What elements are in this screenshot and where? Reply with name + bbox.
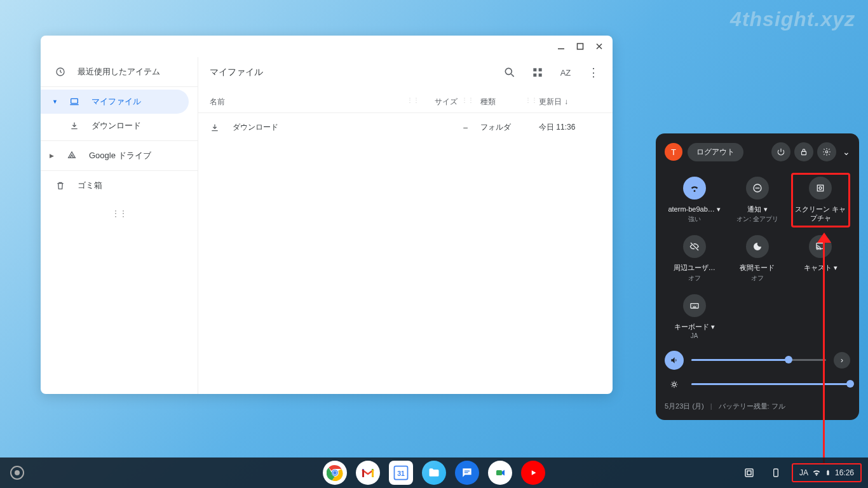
- window-titlebar: [41, 36, 613, 57]
- svg-text:31: 31: [397, 470, 405, 477]
- divider: [41, 86, 198, 87]
- col-handle-icon[interactable]: ⋮⋮: [461, 97, 468, 107]
- svg-rect-27: [465, 471, 470, 471]
- search-button[interactable]: [502, 65, 517, 80]
- svg-point-13: [819, 187, 822, 189]
- svg-rect-6: [539, 68, 542, 71]
- tile-cast[interactable]: キャスト ▾: [791, 231, 850, 286]
- tile-label: 周辺ユーザ…: [674, 263, 715, 272]
- breadcrumb-title: マイファイル: [210, 67, 489, 78]
- phone-hub-icon[interactable]: [765, 462, 787, 484]
- col-handle-icon[interactable]: ⋮⋮: [407, 97, 413, 107]
- shelf: 31 JA 16:26: [0, 458, 868, 488]
- col-name[interactable]: 名前: [210, 97, 407, 107]
- tile-sub: オフ: [688, 274, 701, 283]
- chrome-icon[interactable]: [323, 461, 347, 485]
- col-size[interactable]: サイズ: [413, 97, 458, 107]
- col-handle-icon[interactable]: ⋮⋮: [525, 97, 531, 107]
- tile-label: aterm-be9ab… ▾: [668, 205, 720, 214]
- files-app-window: 最近使用したアイテム ▼ マイファイル ダウンロード ▶ Google ドライブ: [41, 36, 613, 394]
- tile-sub: JA: [691, 332, 698, 339]
- tile-night-light[interactable]: 夜間モード オフ: [728, 231, 787, 286]
- svg-point-21: [333, 471, 336, 474]
- svg-rect-9: [802, 151, 806, 154]
- holding-space-icon[interactable]: [738, 462, 760, 484]
- tile-screen-capture[interactable]: スクリーン キャプチャ: [791, 173, 850, 227]
- divider: |: [710, 402, 712, 410]
- calendar-icon[interactable]: 31: [389, 461, 413, 485]
- sidebar-item-recent[interactable]: 最近使用したアイテム: [41, 60, 198, 84]
- download-icon: [210, 123, 220, 133]
- trash-icon: [55, 180, 66, 191]
- tile-nearby[interactable]: 周辺ユーザ… オフ: [665, 231, 724, 286]
- minimize-button[interactable]: [555, 41, 567, 52]
- qs-footer: 5月23日 (月) | バッテリー残量: フル: [665, 402, 850, 411]
- drag-handle-icon[interactable]: ⋮⋮: [41, 209, 198, 218]
- svg-rect-34: [827, 471, 829, 475]
- launcher-button[interactable]: [10, 466, 24, 480]
- brightness-icon[interactable]: [665, 375, 684, 394]
- view-grid-button[interactable]: [530, 65, 545, 80]
- more-button[interactable]: ⋮: [586, 65, 601, 80]
- svg-rect-7: [533, 74, 536, 77]
- maximize-button[interactable]: [574, 41, 586, 52]
- divider: [41, 140, 198, 141]
- volume-slider[interactable]: [691, 359, 826, 361]
- gdrive-icon: [66, 151, 78, 161]
- files-icon[interactable]: [422, 461, 446, 485]
- messages-icon[interactable]: [455, 461, 479, 485]
- sidebar-item-label: ゴミ箱: [78, 180, 102, 191]
- svg-rect-30: [496, 470, 502, 475]
- divider: [41, 170, 198, 171]
- visibility-off-icon: [683, 235, 706, 258]
- col-date[interactable]: 更新日↓: [531, 97, 601, 107]
- laptop-icon: [69, 97, 80, 107]
- tile-keyboard[interactable]: キーボード ▾ JA: [665, 290, 724, 343]
- sidebar-item-label: ダウンロード: [92, 120, 141, 132]
- battery-label: バッテリー残量: フル: [719, 402, 785, 411]
- clock-icon: [55, 67, 66, 77]
- tile-sub: オン: 全アプリ: [736, 215, 778, 224]
- tile-sub: 強い: [688, 215, 701, 224]
- battery-icon: [825, 468, 831, 477]
- col-type[interactable]: 種類: [468, 97, 525, 107]
- qs-tiles-grid: aterm-be9ab… ▾ 強い 通知 ▾ オン: 全アプリ スクリーン キャ…: [665, 173, 850, 343]
- svg-rect-8: [539, 74, 542, 77]
- tile-label: スクリーン キャプチャ: [793, 205, 848, 223]
- row-name: ダウンロード: [233, 122, 417, 133]
- avatar[interactable]: T: [665, 143, 682, 161]
- status-tray[interactable]: JA 16:26: [792, 463, 862, 482]
- screen-capture-icon: [809, 177, 832, 200]
- power-button[interactable]: [771, 142, 790, 161]
- sidebar-item-myfiles[interactable]: ▼ マイファイル: [41, 90, 189, 114]
- audio-settings-button[interactable]: ›: [834, 352, 850, 369]
- sidebar-item-gdrive[interactable]: ▶ Google ドライブ: [41, 144, 198, 168]
- volume-icon[interactable]: [665, 351, 684, 370]
- ime-indicator: JA: [799, 468, 808, 477]
- chevron-down-icon: ▼: [52, 98, 57, 105]
- table-row[interactable]: ダウンロード – フォルダ 今日 11:36: [198, 113, 613, 142]
- svg-rect-33: [774, 469, 778, 477]
- sort-button[interactable]: AZ: [558, 65, 573, 80]
- duo-icon[interactable]: [488, 461, 512, 485]
- tile-notifications[interactable]: 通知 ▾ オン: 全アプリ: [728, 173, 787, 227]
- settings-button[interactable]: [817, 142, 836, 161]
- sidebar-item-downloads[interactable]: ダウンロード: [41, 114, 198, 138]
- watermark: 4thsight.xyz: [730, 8, 855, 31]
- svg-point-16: [673, 383, 676, 386]
- tile-label: キャスト ▾: [804, 263, 837, 272]
- dnd-icon: [746, 177, 769, 200]
- gmail-icon[interactable]: [356, 461, 380, 485]
- sidebar-item-trash[interactable]: ゴミ箱: [41, 173, 198, 198]
- date-label: 5月23日 (月): [665, 402, 704, 411]
- close-button[interactable]: [593, 41, 605, 52]
- tile-wifi[interactable]: aterm-be9ab… ▾ 強い: [665, 173, 724, 227]
- svg-rect-35: [827, 470, 829, 471]
- brightness-slider[interactable]: [691, 383, 850, 385]
- wifi-icon: [683, 177, 706, 200]
- files-header: マイファイル AZ ⋮: [198, 57, 613, 92]
- lock-button[interactable]: [794, 142, 813, 161]
- youtube-icon[interactable]: [521, 461, 545, 485]
- logout-button[interactable]: ログアウト: [688, 143, 743, 161]
- collapse-button[interactable]: ⌄: [843, 147, 850, 157]
